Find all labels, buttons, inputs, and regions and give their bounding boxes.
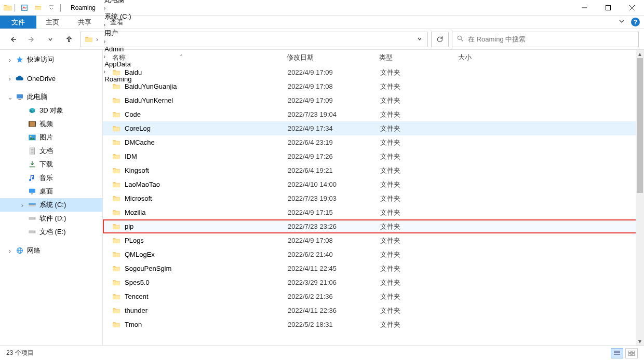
sidebar-item[interactable]: 音乐 [0,171,102,185]
qat-new-folder-button[interactable] [31,2,45,13]
sidebar-item[interactable]: 桌面 [0,185,102,198]
breadcrumb-item[interactable]: 此电脑 [102,0,133,5]
qat-separator-2: │ [58,2,63,13]
sidebar-item[interactable]: ›系统 (C:) [0,198,102,212]
sidebar-item-label: 图片 [39,133,53,142]
folder-icon [112,209,120,217]
table-row[interactable]: pip2022/7/23 23:26文件夹 [103,219,644,233]
file-name: Code [125,110,141,118]
chevron-right-icon[interactable]: › [102,38,106,45]
sidebar-item[interactable]: 下载 [0,158,102,171]
sidebar-item[interactable]: 文档 (E:) [0,225,102,239]
table-row[interactable]: Microsoft2022/7/23 19:03文件夹 [103,191,644,205]
file-tab[interactable]: 文件 [0,16,36,29]
table-row[interactable]: CoreLog2022/4/9 17:34文件夹 [103,121,644,135]
sidebar-item[interactable]: 软件 (D:) [0,212,102,225]
column-date[interactable]: 修改日期 [287,53,379,62]
scroll-down-icon[interactable]: ▾ [636,337,644,345]
sidebar-item[interactable]: 视频 [0,117,102,131]
qat-properties-button[interactable] [18,2,31,13]
table-row[interactable]: BaiduYunGuanjia2022/4/9 17:08文件夹 [103,79,644,93]
sidebar-item-label: 软件 (D:) [39,214,66,223]
vertical-scrollbar[interactable]: ▴ ▾ [636,50,644,345]
back-button[interactable] [5,32,21,47]
tab-share[interactable]: 共享 [69,16,101,29]
table-row[interactable]: Baidu2022/4/9 17:09文件夹 [103,65,644,79]
minimize-button[interactable] [572,0,596,16]
cloud-icon [16,74,24,82]
address-bar[interactable]: › 此电脑›系统 (C:)›用户›Admin›AppData›Roaming [80,32,428,47]
sidebar-this-pc[interactable]: ⌄ 此电脑 [0,90,102,104]
expander-icon[interactable]: › [7,247,12,255]
folder-icon [112,321,120,329]
forward-button[interactable] [24,32,39,47]
thumbnails-view-button[interactable] [625,348,638,358]
sidebar-onedrive[interactable]: › OneDrive [0,72,102,85]
table-row[interactable]: Tmon2022/5/2 18:31文件夹 [103,317,644,331]
sidebar-item[interactable]: 文档 [0,144,102,158]
table-row[interactable]: BaiduYunKernel2022/4/9 17:09文件夹 [103,93,644,107]
breadcrumb-item[interactable]: 用户 [102,29,133,38]
folder-icon [112,279,120,287]
table-row[interactable]: SogouPenSgim2022/4/11 22:45文件夹 [103,261,644,275]
scroll-up-icon[interactable]: ▴ [636,50,644,58]
sidebar-quick-access[interactable]: › 快速访问 [0,53,102,66]
table-row[interactable]: Kingsoft2022/6/4 19:21文件夹 [103,163,644,177]
svg-point-17 [30,136,32,137]
file-type: 文件夹 [379,278,458,287]
scroll-thumb[interactable] [637,58,643,193]
search-box[interactable] [452,32,639,47]
column-size[interactable]: 大小 [458,53,520,62]
table-row[interactable]: Code2022/7/23 19:04文件夹 [103,107,644,121]
refresh-button[interactable] [431,32,449,47]
table-row[interactable]: Mozilla2022/4/9 17:15文件夹 [103,205,644,219]
file-type: 文件夹 [379,194,458,203]
expander-icon[interactable]: › [20,201,25,209]
sidebar-item-label: 音乐 [39,173,53,183]
breadcrumb-root-icon[interactable]: › [83,35,101,44]
table-row[interactable]: QMLogEx2022/6/2 21:40文件夹 [103,247,644,261]
close-button[interactable] [620,0,644,16]
table-row[interactable]: thunder2022/4/11 22:36文件夹 [103,303,644,317]
folder-icon [112,307,120,315]
table-row[interactable]: DMCache2022/6/4 23:19文件夹 [103,135,644,149]
sidebar-item[interactable]: 3D 对象 [0,104,102,117]
table-row[interactable]: Spes5.02022/3/29 21:06文件夹 [103,275,644,289]
column-name[interactable]: 名称 ˄ [112,53,287,62]
tab-home[interactable]: 主页 [36,16,69,29]
table-row[interactable]: Tencent2022/6/2 21:36文件夹 [103,289,644,303]
file-date: 2022/7/23 19:03 [287,195,379,202]
table-row[interactable]: PLogs2022/4/9 17:08文件夹 [103,233,644,247]
up-button[interactable] [61,32,77,47]
sidebar-item[interactable]: 图片 [0,131,102,144]
chevron-right-icon[interactable]: › [102,21,106,29]
details-view-button[interactable] [611,348,623,358]
file-type: 文件夹 [379,222,458,231]
sidebar-item-label: 此电脑 [27,92,47,102]
ribbon-expand-icon[interactable] [619,18,625,26]
svg-point-27 [34,218,34,218]
help-button[interactable]: ? [631,18,640,26]
expander-icon[interactable]: › [7,56,12,64]
expander-icon[interactable]: ⌄ [7,93,12,101]
svg-rect-39 [632,354,635,356]
table-row[interactable]: LaoMaoTao2022/4/10 14:00文件夹 [103,177,644,191]
file-type: 文件夹 [379,152,458,161]
qat-dropdown[interactable] [45,2,58,13]
sidebar-network[interactable]: › 网络 [0,244,102,257]
sidebar-item-label: 文档 [39,146,53,156]
search-input[interactable] [468,35,634,43]
sort-asc-icon: ˄ [128,54,183,61]
file-type: 文件夹 [379,68,458,77]
chevron-right-icon[interactable]: › [95,35,99,43]
expander-icon[interactable]: › [7,75,12,82]
maximize-button[interactable] [596,0,620,16]
breadcrumb-item[interactable]: 系统 (C:) [102,12,133,21]
app-icon [3,3,12,12]
address-dropdown[interactable] [414,36,425,43]
recent-locations-button[interactable] [43,32,58,47]
file-name: PLogs [125,237,144,244]
column-type[interactable]: 类型 [379,53,458,62]
chevron-right-icon[interactable]: › [102,5,106,12]
table-row[interactable]: IDM2022/4/9 17:26文件夹 [103,149,644,163]
